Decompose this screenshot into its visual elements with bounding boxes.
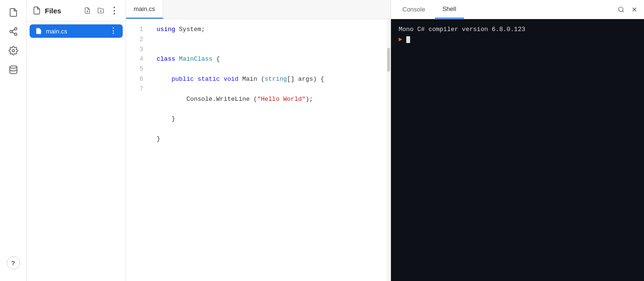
terminal-output-line: Mono C# compiler version 6.8.0.123 [399,25,636,35]
terminal-search-button[interactable] [615,4,627,15]
file-item-main-cs[interactable]: main.cs ⋮ [30,24,123,38]
svg-point-0 [14,28,17,30]
more-options-button[interactable]: ⋮ [108,5,120,16]
terminal-output-text: Mono C# compiler version 6.8.0.123 [399,25,525,35]
terminal-close-button[interactable]: ✕ [629,4,640,15]
svg-point-5 [12,50,14,52]
svg-line-4 [12,29,15,31]
file-panel-actions: ⋮ [82,5,120,16]
svg-point-11 [619,7,623,11]
sidebar: ? [0,0,27,281]
editor-content[interactable]: 1 2 3 4 5 6 7 using System; class MainCl… [126,19,391,281]
settings-sidebar-icon[interactable] [5,42,22,59]
svg-point-1 [10,31,12,33]
file-name-main-cs: main.cs [46,28,106,35]
editor-tabs: main.cs [126,0,391,19]
svg-point-2 [14,33,17,35]
svg-line-3 [12,32,15,33]
svg-line-12 [623,11,624,12]
file-panel-header: Files ⋮ [27,0,126,22]
file-more-button[interactable]: ⋮ [109,27,117,35]
new-folder-button[interactable] [95,5,106,16]
file-icon [35,28,42,34]
editor-area: main.cs 1 2 3 4 5 6 7 using System; clas… [126,0,391,281]
terminal-tab-actions: ✕ [615,4,640,15]
file-panel: Files ⋮ main.cs [27,0,126,281]
svg-point-6 [10,66,17,68]
file-panel-title: Files [45,7,78,15]
code-editor[interactable]: using System; class MainClass { public s… [149,19,387,281]
files-header-icon [32,6,41,15]
terminal-cursor [406,36,410,43]
terminal-prompt-symbol: ▶ [399,35,402,45]
new-file-button[interactable] [82,5,93,16]
terminal-tabs: Console Shell ✕ [391,0,644,19]
files-sidebar-icon[interactable] [5,4,22,21]
line-numbers: 1 2 3 4 5 6 7 [126,19,149,281]
terminal-prompt-line: ▶ [399,35,636,45]
editor-scrollbar[interactable] [387,19,391,281]
share-sidebar-icon[interactable] [5,23,22,40]
terminal-panel: Console Shell ✕ Mono C# compiler version… [391,0,644,281]
database-sidebar-icon[interactable] [5,61,22,78]
editor-tab-main-cs[interactable]: main.cs [126,0,163,19]
terminal-tab-shell[interactable]: Shell [435,0,464,19]
terminal-content[interactable]: Mono C# compiler version 6.8.0.123 ▶ [391,19,644,281]
editor-scrollbar-thumb[interactable] [387,48,390,72]
terminal-tab-console[interactable]: Console [395,0,433,19]
file-list: main.cs ⋮ [27,22,126,41]
help-sidebar-icon[interactable]: ? [7,256,20,270]
